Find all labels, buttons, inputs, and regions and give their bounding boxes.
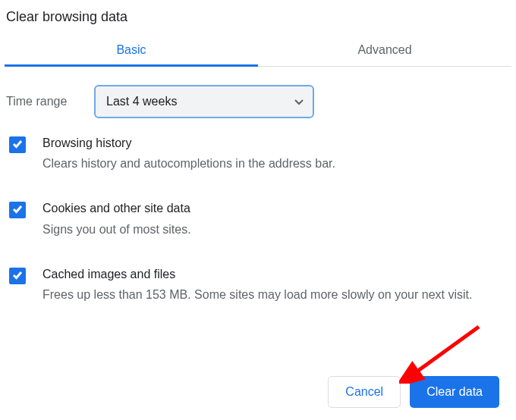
option-cache: Cached images and files Frees up less th… (9, 266, 507, 304)
option-browsing-history: Browsing history Clears history and auto… (9, 135, 507, 173)
button-label: Clear data (426, 385, 483, 399)
option-text: Cookies and other site data Signs you ou… (42, 200, 191, 238)
check-icon (12, 138, 23, 152)
option-desc: Frees up less than 153 MB. Some sites ma… (42, 286, 472, 304)
time-range-label: Time range (6, 95, 94, 108)
tab-basic[interactable]: Basic (5, 36, 258, 66)
clear-data-button[interactable]: Clear data (410, 376, 499, 408)
select-value: Last 4 weeks (106, 95, 177, 108)
option-text: Cached images and files Frees up less th… (42, 266, 472, 304)
svg-line-0 (413, 327, 479, 375)
option-title: Browsing history (42, 135, 335, 152)
check-icon (12, 269, 23, 283)
time-range-select[interactable]: Last 4 weeks (94, 85, 314, 118)
tab-label: Advanced (357, 43, 411, 56)
check-icon (12, 203, 23, 217)
option-text: Browsing history Clears history and auto… (42, 135, 335, 173)
button-label: Cancel (345, 385, 383, 399)
option-title: Cached images and files (42, 266, 472, 283)
tab-advanced[interactable]: Advanced (258, 36, 511, 66)
annotation-arrow-icon (399, 323, 483, 384)
checkbox-cache[interactable] (9, 268, 26, 284)
options-list: Browsing history Clears history and auto… (5, 135, 511, 304)
dialog-title: Clear browsing data (5, 6, 511, 36)
option-desc: Signs you out of most sites. (42, 221, 191, 239)
checkbox-cookies[interactable] (9, 202, 26, 218)
chevron-down-icon (294, 95, 304, 108)
option-title: Cookies and other site data (42, 200, 191, 217)
option-cookies: Cookies and other site data Signs you ou… (9, 200, 507, 238)
dialog-actions: Cancel Clear data (328, 376, 499, 408)
time-range-row: Time range Last 4 weeks (5, 67, 511, 135)
tab-label: Basic (116, 43, 146, 56)
checkbox-browsing-history[interactable] (9, 136, 26, 153)
tabs: Basic Advanced (5, 36, 511, 67)
clear-browsing-data-dialog: Clear browsing data Basic Advanced Time … (0, 0, 516, 304)
cancel-button[interactable]: Cancel (328, 376, 401, 408)
option-desc: Clears history and autocompletions in th… (42, 155, 335, 173)
